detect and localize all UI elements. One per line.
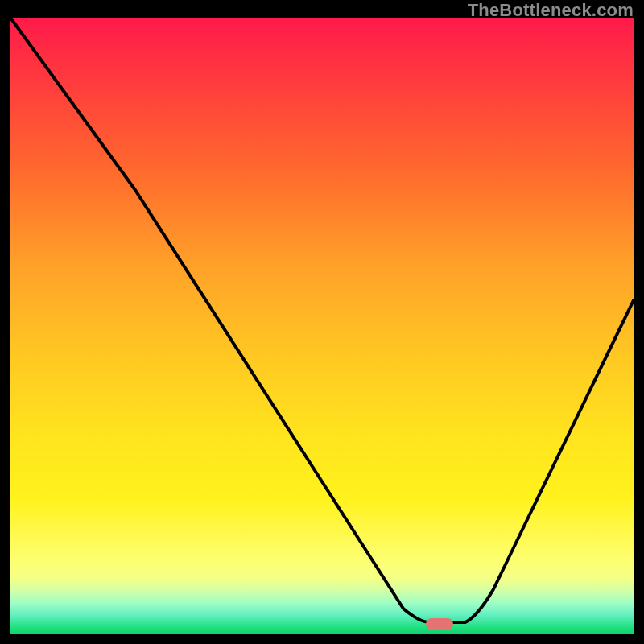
bottleneck-curve (10, 18, 634, 634)
curve-path (10, 18, 634, 622)
chart-frame: TheBottleneck.com (0, 0, 644, 644)
optimal-marker (426, 618, 453, 630)
plot-area (10, 18, 634, 634)
